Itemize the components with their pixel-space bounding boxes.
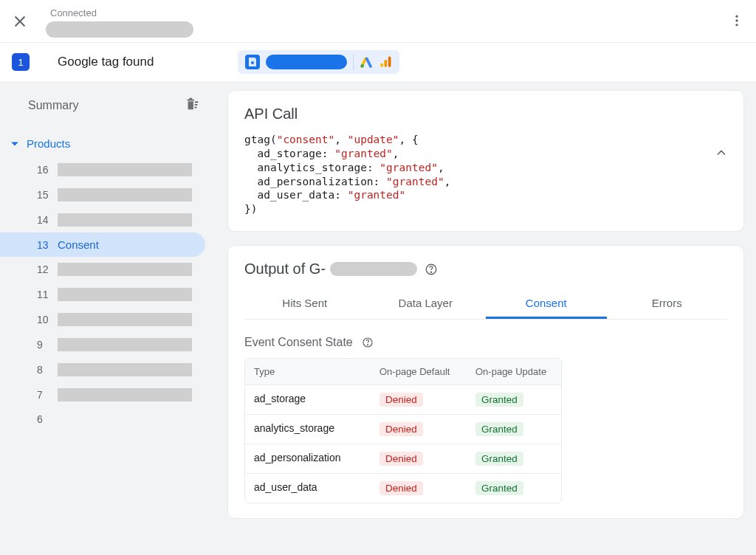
- event-number: 14: [37, 214, 50, 226]
- sidebar-event-item[interactable]: 15: [0, 182, 205, 207]
- main-split: Summary Products 16 15 14 13 Consent 12: [0, 81, 756, 555]
- help-icon[interactable]: [362, 337, 374, 348]
- content-area: API Call gtag("consent", "update", { ad_…: [216, 81, 756, 555]
- event-name-redacted: [58, 338, 192, 351]
- table-row: ad_personalization Denied Granted: [245, 444, 561, 474]
- event-name-redacted: [58, 388, 192, 401]
- sidebar-event-item[interactable]: 11: [0, 282, 205, 307]
- table-row: ad_storage Denied Granted: [245, 385, 561, 415]
- api-call-title: API Call: [244, 106, 727, 123]
- event-number: 6: [37, 413, 50, 425]
- event-name-redacted: [58, 163, 192, 176]
- svg-rect-6: [385, 60, 388, 67]
- cell-type: ad_user_data: [245, 474, 371, 503]
- event-name-redacted: [58, 263, 192, 276]
- svg-rect-8: [188, 100, 194, 101]
- status-badge-granted: Granted: [475, 452, 523, 466]
- sidebar-event-item[interactable]: 9: [0, 332, 205, 357]
- delete-sweep-icon: [185, 96, 201, 112]
- chip-divider: [353, 55, 354, 69]
- tag-status-bar: 1 Google tag found: [0, 43, 756, 81]
- header-default: On-page Default: [371, 359, 467, 385]
- sidebar-event-item[interactable]: 7: [0, 382, 205, 407]
- close-button[interactable]: [12, 13, 28, 32]
- more-vert-icon: [729, 13, 744, 28]
- event-name-redacted: [58, 188, 192, 201]
- summary-label: Summary: [28, 99, 78, 112]
- gtag-icon: [245, 55, 260, 69]
- cell-type: analytics_storage: [245, 415, 371, 444]
- svg-point-2: [735, 24, 738, 26]
- svg-point-0: [735, 15, 738, 18]
- tag-id-redacted: [266, 55, 347, 69]
- event-name-redacted: [58, 213, 192, 227]
- consent-section-title: Event Consent State: [244, 336, 727, 349]
- google-ads-icon: [360, 55, 373, 69]
- sidebar-event-item[interactable]: 12: [0, 257, 205, 282]
- event-number: 7: [37, 389, 50, 401]
- output-header: Output of G-: [244, 261, 727, 278]
- google-analytics-icon: [379, 55, 392, 69]
- output-prefix: Output of G-: [244, 261, 326, 278]
- output-id-redacted: [330, 262, 417, 276]
- clear-all-button[interactable]: [185, 96, 201, 115]
- output-tabs: Hits Sent Data Layer Consent Errors: [244, 289, 727, 320]
- sidebar-event-item[interactable]: 8: [0, 357, 205, 382]
- svg-rect-7: [388, 57, 391, 67]
- event-label: Consent: [58, 238, 99, 251]
- status-badge-denied: Denied: [379, 452, 423, 466]
- summary-row[interactable]: Summary: [0, 96, 216, 115]
- more-menu-button[interactable]: [729, 13, 744, 31]
- cell-type: ad_storage: [245, 385, 371, 414]
- svg-point-4: [361, 64, 365, 68]
- sidebar-event-item[interactable]: 14: [0, 207, 205, 232]
- cell-type: ad_personalization: [245, 444, 371, 473]
- event-number: 13: [37, 239, 50, 251]
- status-badge-denied: Denied: [379, 393, 423, 407]
- sidebar-event-item-consent[interactable]: 13 Consent: [0, 232, 205, 257]
- table-header-row: Type On-page Default On-page Update: [245, 359, 561, 385]
- sidebar-event-item[interactable]: 6: [0, 407, 205, 431]
- api-call-card: API Call gtag("consent", "update", { ad_…: [227, 90, 744, 232]
- sidebar-event-item[interactable]: 16: [0, 157, 205, 182]
- table-row: ad_user_data Denied Granted: [245, 474, 561, 503]
- event-number: 10: [37, 314, 50, 325]
- event-number: 9: [37, 339, 50, 351]
- help-icon[interactable]: [425, 263, 438, 276]
- status-badge-denied: Denied: [379, 481, 423, 495]
- event-number: 11: [37, 289, 50, 300]
- sidebar: Summary Products 16 15 14 13 Consent 12: [0, 81, 216, 555]
- tab-errors[interactable]: Errors: [607, 289, 728, 319]
- event-number: 16: [37, 164, 50, 176]
- sidebar-event-item[interactable]: 10: [0, 307, 205, 332]
- status-badge-granted: Granted: [475, 422, 523, 436]
- connection-url-redacted: [46, 21, 193, 38]
- svg-rect-9: [189, 98, 192, 100]
- svg-rect-12: [195, 107, 197, 108]
- products-label: Products: [27, 137, 70, 150]
- status-badge-granted: Granted: [475, 393, 523, 407]
- event-name-redacted: [58, 363, 192, 376]
- event-number: 15: [37, 189, 50, 201]
- tab-data-layer[interactable]: Data Layer: [365, 289, 487, 319]
- event-number: 12: [37, 263, 50, 275]
- tag-count-badge: 1: [12, 53, 30, 71]
- collapse-button[interactable]: [714, 145, 729, 163]
- header-update: On-page Update: [467, 359, 563, 385]
- table-row: analytics_storage Denied Granted: [245, 415, 561, 444]
- tab-consent[interactable]: Consent: [486, 289, 607, 319]
- svg-point-3: [251, 61, 254, 64]
- svg-point-14: [430, 272, 431, 272]
- status-badge-denied: Denied: [379, 422, 423, 436]
- tab-hits-sent[interactable]: Hits Sent: [244, 289, 365, 319]
- svg-point-1: [735, 19, 738, 21]
- header-type: Type: [245, 359, 371, 385]
- top-bar: Connected: [0, 0, 756, 43]
- tag-chips[interactable]: [238, 50, 399, 74]
- products-section-header[interactable]: Products: [0, 130, 216, 157]
- event-name-redacted: [58, 288, 192, 301]
- close-icon: [12, 13, 28, 30]
- chevron-up-icon: [714, 145, 729, 160]
- tag-found-title: Google tag found: [58, 55, 154, 69]
- api-call-code: gtag("consent", "update", { ad_storage: …: [244, 133, 727, 216]
